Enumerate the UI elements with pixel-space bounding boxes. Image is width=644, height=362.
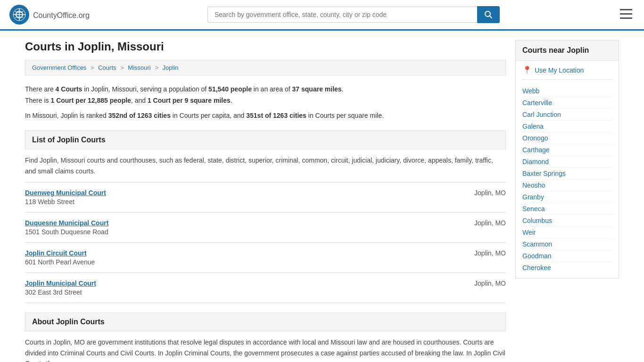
sidebar-nearby-link[interactable]: Galena (522, 121, 612, 132)
nearby-links: WebbCartervilleCarl JunctionGalenaOronog… (522, 85, 612, 273)
logo-area: CountyOffice.org (9, 5, 90, 25)
header: CountyOffice.org (0, 0, 644, 31)
court-item: Duquesne Municipal Court Joplin, MO 1501… (25, 213, 506, 243)
main-container: Courts in Joplin, Missouri Government Of… (16, 31, 628, 362)
court-item: Duenweg Municipal Court Joplin, MO 118 W… (25, 182, 506, 213)
location-pin-icon: 📍 (522, 66, 532, 74)
sidebar-nearby-link[interactable]: Diamond (522, 156, 612, 168)
sidebar-nearby-link[interactable]: Weir (522, 227, 612, 239)
court-item-row: Joplin Circuit Court Joplin, MO (25, 249, 506, 257)
court-list: List of Joplin Courts Find Joplin, Misso… (25, 131, 506, 303)
breadcrumb-sep-3: > (155, 64, 158, 71)
search-area (207, 6, 500, 23)
content-area: Courts in Joplin, Missouri Government Of… (25, 40, 506, 362)
court-city: Joplin, MO (474, 249, 506, 257)
breadcrumb-gov-offices[interactable]: Government Offices (32, 64, 86, 71)
court-address: 302 East 3rd Street (25, 288, 506, 296)
list-section-desc: Find Joplin, Missouri courts and courtho… (25, 149, 506, 182)
breadcrumb-sep-1: > (91, 64, 94, 71)
about-section-desc: Courts in Joplin, MO are government inst… (25, 331, 506, 362)
sidebar: Courts near Joplin 📍 Use My Location Web… (515, 40, 619, 362)
court-name-link[interactable]: Joplin Municipal Court (25, 280, 96, 287)
sidebar-nearby-link[interactable]: Neosho (522, 180, 612, 191)
stats-line1: There are 4 Courts in Joplin, Missouri, … (25, 84, 506, 107)
sidebar-nearby-link[interactable]: Scammon (522, 239, 612, 250)
sidebar-content: 📍 Use My Location WebbCartervilleCarl Ju… (515, 61, 619, 279)
court-item-row: Duenweg Municipal Court Joplin, MO (25, 189, 506, 197)
court-name-link[interactable]: Duenweg Municipal Court (25, 189, 106, 197)
sidebar-nearby-link[interactable]: Carterville (522, 97, 612, 109)
court-item-row: Joplin Municipal Court Joplin, MO (25, 280, 506, 287)
svg-rect-6 (620, 9, 632, 10)
use-location-link[interactable]: Use My Location (535, 66, 584, 74)
court-city: Joplin, MO (474, 280, 506, 287)
court-city: Joplin, MO (474, 189, 506, 197)
page-title: Courts in Joplin, Missouri (25, 40, 506, 53)
breadcrumb-missouri[interactable]: Missouri (128, 64, 150, 71)
sidebar-nearby-link[interactable]: Webb (522, 85, 612, 97)
breadcrumb: Government Offices > Courts > Missouri >… (25, 60, 506, 75)
court-item-row: Duquesne Municipal Court Joplin, MO (25, 219, 506, 227)
about-section: About Joplin Courts Courts in Joplin, MO… (25, 313, 506, 362)
court-name-link[interactable]: Joplin Circuit Court (25, 249, 87, 257)
courts-container: Duenweg Municipal Court Joplin, MO 118 W… (25, 182, 506, 303)
logo-text: CountyOffice.org (33, 9, 90, 20)
sidebar-nearby-link[interactable]: Carthage (522, 144, 612, 156)
breadcrumb-joplin[interactable]: Joplin (163, 64, 179, 71)
sidebar-nearby-link[interactable]: Carl Junction (522, 109, 612, 121)
court-name-link[interactable]: Duquesne Municipal Court (25, 219, 108, 227)
breadcrumb-courts[interactable]: Courts (98, 64, 116, 71)
court-city: Joplin, MO (474, 219, 506, 227)
svg-rect-7 (620, 13, 632, 15)
use-location: 📍 Use My Location (522, 66, 612, 80)
sidebar-nearby-link[interactable]: Baxter Springs (522, 168, 612, 180)
about-section-header: About Joplin Courts (25, 313, 506, 331)
sidebar-nearby-link[interactable]: Cherokee (522, 262, 612, 273)
search-button[interactable] (477, 6, 500, 23)
sidebar-nearby-link[interactable]: Goodman (522, 250, 612, 262)
svg-rect-8 (620, 17, 632, 19)
stats-section: There are 4 Courts in Joplin, Missouri, … (25, 84, 506, 121)
sidebar-header: Courts near Joplin (515, 40, 619, 61)
court-address: 601 North Pearl Avenue (25, 258, 506, 266)
court-address: 1501 South Duquesne Road (25, 228, 506, 236)
court-address: 118 Webb Street (25, 198, 506, 206)
breadcrumb-sep-2: > (120, 64, 124, 71)
menu-button[interactable] (618, 7, 635, 23)
sidebar-nearby-link[interactable]: Oronogo (522, 132, 612, 144)
court-item: Joplin Circuit Court Joplin, MO 601 Nort… (25, 243, 506, 273)
sidebar-nearby-link[interactable]: Granby (522, 191, 612, 203)
svg-line-5 (489, 16, 492, 18)
logo-icon (9, 5, 29, 25)
court-item: Joplin Municipal Court Joplin, MO 302 Ea… (25, 273, 506, 303)
stats-line3: In Missouri, Joplin is ranked 352nd of 1… (25, 110, 506, 122)
sidebar-nearby-link[interactable]: Seneca (522, 203, 612, 215)
search-input[interactable] (207, 7, 477, 23)
list-section-header: List of Joplin Courts (25, 131, 506, 149)
sidebar-nearby-link[interactable]: Columbus (522, 215, 612, 227)
